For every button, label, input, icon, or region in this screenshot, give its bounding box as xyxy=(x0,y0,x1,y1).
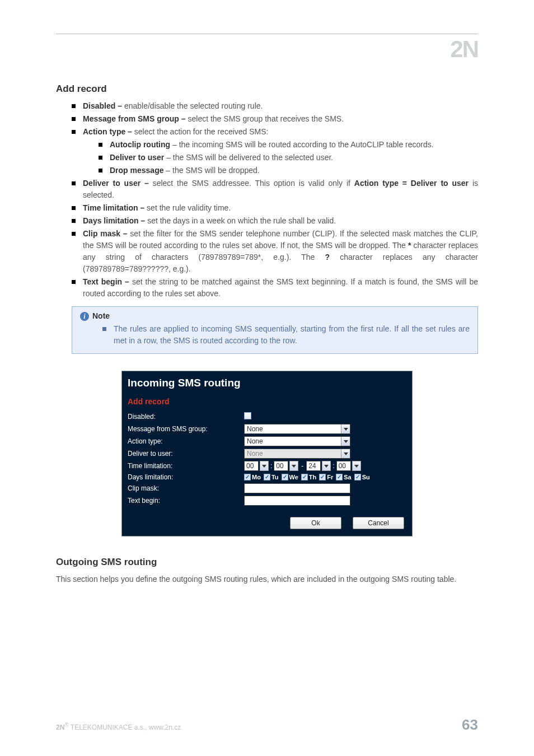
desc: – the SMS will be delivered to the selec… xyxy=(164,153,333,162)
brand-logo: 2N xyxy=(450,38,478,61)
time-to-min[interactable]: 00 xyxy=(336,461,351,471)
day-label: Tu xyxy=(271,474,279,480)
label-text-begin: Text begin: xyxy=(128,497,238,505)
item-action-type: Action type – select the action for the … xyxy=(72,126,478,176)
sub-autoclip: Autoclip routing – the incoming SMS will… xyxy=(99,139,478,151)
term: Days limitation – xyxy=(83,216,147,225)
item-text-begin: Text begin – set the string to be matche… xyxy=(72,276,478,300)
desc: enable/disable the selected routing rule… xyxy=(124,101,263,110)
term: Disabled – xyxy=(83,101,124,110)
item-days-lim: Days limitation – set the days in a week… xyxy=(72,215,478,227)
item-msg-group: Message from SMS group – select the SMS … xyxy=(72,113,478,125)
desc: – the incoming SMS will be routed accord… xyxy=(170,140,434,149)
term: Clip mask – xyxy=(83,229,130,238)
label-clip-mask: Clip mask: xyxy=(128,484,238,492)
time-from-hour[interactable]: 00 xyxy=(244,461,259,471)
item-disabled: Disabled – enable/disable the selected r… xyxy=(72,100,478,112)
day-label: Mo xyxy=(252,474,261,480)
footer-company: TELEKOMUNIKACE a.s., www.2n.cz xyxy=(69,724,181,731)
info-icon: i xyxy=(80,312,89,321)
note-heading: iNote xyxy=(80,311,470,321)
day-checkbox-tu[interactable]: ✓ xyxy=(264,474,270,480)
day-checkbox-th[interactable]: ✓ xyxy=(301,474,308,480)
chevron-down-icon[interactable] xyxy=(322,461,331,471)
footer-left: 2N® TELEKOMUNIKACE a.s., www.2n.cz xyxy=(56,722,181,731)
deliver-user-select: None xyxy=(244,449,350,459)
time-to-hour[interactable]: 24 xyxy=(306,461,321,471)
chevron-down-icon xyxy=(341,437,350,446)
add-record-heading: Add record xyxy=(56,83,478,95)
day-label: Sa xyxy=(344,474,351,480)
outgoing-heading: Outgoing SMS routing xyxy=(56,557,478,568)
clip-mask-input[interactable] xyxy=(244,483,350,493)
term: Message from SMS group – xyxy=(83,114,188,123)
chevron-down-icon xyxy=(341,449,350,458)
day-label: We xyxy=(289,474,298,480)
chevron-down-icon[interactable] xyxy=(260,461,269,471)
outgoing-text: This section helps you define the outgoi… xyxy=(56,573,478,585)
add-record-list: Disabled – enable/disable the selected r… xyxy=(72,100,478,300)
msg-group-select[interactable]: None xyxy=(244,424,350,434)
sub-deliver: Deliver to user – the SMS will be delive… xyxy=(99,152,478,164)
time-from-min[interactable]: 00 xyxy=(274,461,288,471)
disabled-checkbox[interactable] xyxy=(244,412,251,419)
desc: set the string to be matched against the… xyxy=(83,277,478,298)
note-text: The rules are applied to incoming SMS se… xyxy=(102,323,470,347)
note-label: Note xyxy=(92,311,110,320)
day-checkbox-mo[interactable]: ✓ xyxy=(244,474,251,480)
desc-pre: select the SMS addressee. This option is… xyxy=(153,179,354,188)
q: ? xyxy=(325,253,330,262)
day-checkbox-we[interactable]: ✓ xyxy=(282,474,288,480)
action-type-sublist: Autoclip routing – the incoming SMS will… xyxy=(99,139,478,176)
label-time-lim: Time limitation: xyxy=(128,462,238,470)
desc: select the SMS group that receives the S… xyxy=(188,114,344,123)
term: Deliver to user – xyxy=(83,179,153,188)
sub-drop: Drop message – the SMS will be dropped. xyxy=(99,165,478,176)
msg-group-value: None xyxy=(245,425,341,433)
label-disabled: Disabled: xyxy=(128,413,238,421)
page-footer: 2N® TELEKOMUNIKACE a.s., www.2n.cz 63 xyxy=(56,716,478,734)
footer-reg: ® xyxy=(64,722,68,728)
label-action-type: Action type: xyxy=(128,437,238,445)
item-clip-mask: Clip mask – set the filter for the SMS s… xyxy=(72,228,478,275)
item-deliver-user: Deliver to user – select the SMS address… xyxy=(72,178,478,201)
note-box: iNote The rules are applied to incoming … xyxy=(72,306,478,354)
dash: - xyxy=(299,462,305,470)
page-number: 63 xyxy=(462,716,478,734)
term: Time limitation – xyxy=(83,203,147,212)
form-title: Incoming SMS routing xyxy=(122,371,412,391)
chevron-down-icon[interactable] xyxy=(352,461,361,471)
day-checkbox-sa[interactable]: ✓ xyxy=(336,474,343,480)
desc: select the action for the received SMS: xyxy=(134,127,269,136)
term: Drop message xyxy=(110,166,163,175)
label-days-lim: Days limitation: xyxy=(128,473,238,481)
days-limitation-row: ✓Mo ✓Tu ✓We ✓Th ✓Fr ✓Sa ✓Su xyxy=(244,474,406,480)
action-type-select[interactable]: None xyxy=(244,436,350,446)
label-msg-group: Message from SMS group: xyxy=(128,425,238,433)
text-begin-input[interactable] xyxy=(244,496,350,506)
day-label: Fr xyxy=(327,474,333,480)
day-checkbox-fr[interactable]: ✓ xyxy=(319,474,326,480)
form-subtitle: Add record xyxy=(122,391,412,412)
term: Deliver to user xyxy=(110,153,164,162)
chevron-down-icon[interactable] xyxy=(289,461,298,471)
term: Autoclip routing xyxy=(110,140,170,149)
colon: : xyxy=(270,462,273,470)
ok-button[interactable]: Ok xyxy=(290,517,341,529)
chevron-down-icon xyxy=(341,424,350,433)
desc-bold: Action type = Deliver to user xyxy=(354,179,469,188)
day-label: Th xyxy=(309,474,316,480)
item-time-lim: Time limitation – set the rule validity … xyxy=(72,202,478,214)
deliver-user-value: None xyxy=(245,450,341,458)
term: Action type – xyxy=(83,127,134,136)
desc: set the days in a week on which the rule… xyxy=(147,216,336,225)
footer-brand: 2N xyxy=(56,724,64,731)
cancel-button[interactable]: Cancel xyxy=(353,517,404,529)
term: Text begin – xyxy=(83,277,132,286)
desc: – the SMS will be dropped. xyxy=(163,166,259,175)
incoming-sms-form: Incoming SMS routing Add record Disabled… xyxy=(121,371,413,536)
day-label: Su xyxy=(362,474,370,480)
day-checkbox-su[interactable]: ✓ xyxy=(354,474,361,480)
time-limitation-row: 00 : 00 - 24 : 00 xyxy=(244,461,406,471)
colon: : xyxy=(332,462,335,470)
